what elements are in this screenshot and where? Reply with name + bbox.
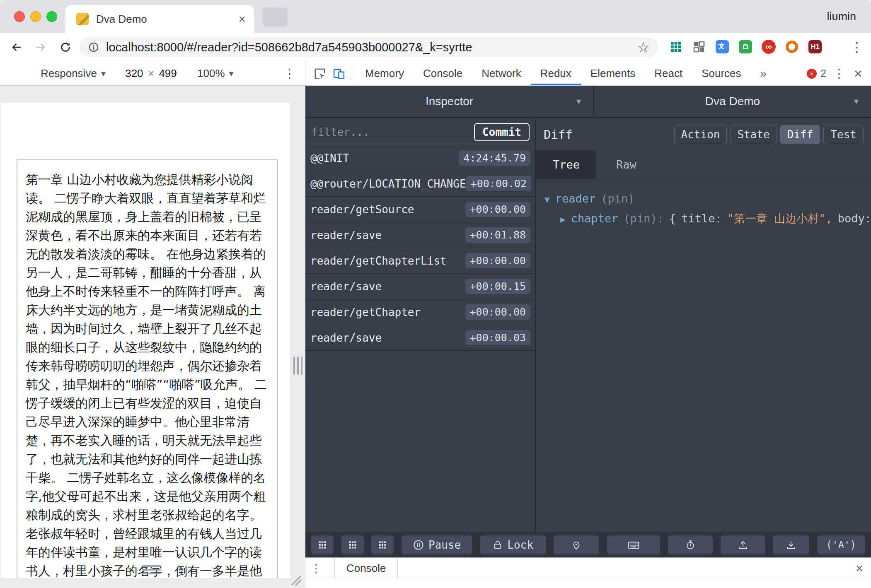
url-text: localhost:8000/#/reader?id=508662b8d7a54…	[106, 41, 637, 54]
extension-grid-gray-button[interactable]	[691, 39, 707, 55]
import-button[interactable]	[773, 535, 809, 554]
viewport-height-input[interactable]	[156, 67, 180, 80]
new-tab-button[interactable]	[263, 7, 288, 27]
tab-close-button[interactable]: ×	[238, 13, 246, 25]
action-row[interactable]: reader/save +00:01.88	[305, 222, 535, 248]
devtools-tab-elements[interactable]: Elements	[581, 62, 645, 85]
action-row[interactable]: reader/getChapter +00:00.00	[305, 299, 535, 325]
action-time-badge: +00:00.00	[465, 202, 530, 217]
inspect-element-button[interactable]	[310, 62, 329, 85]
devtools-tab-bar: Memory Console Network Redux Elements Re…	[305, 62, 871, 86]
extension-infinity-button[interactable]: ∞	[761, 39, 777, 55]
extension-grid-teal-button[interactable]	[668, 39, 684, 55]
ring-icon	[786, 41, 798, 53]
lock-button[interactable]: Lock	[480, 535, 546, 554]
reader-card: 第一章 山边小村收藏为您提供精彩小说阅读。 二愣子睁大着双眼，直直望着茅草和烂泥…	[17, 159, 278, 578]
viewport-width-input[interactable]	[122, 67, 146, 80]
tab-raw[interactable]: Raw	[596, 150, 656, 179]
action-row[interactable]: @@router/LOCATION_CHANGE +00:00.02	[305, 171, 535, 197]
reload-button[interactable]	[56, 38, 75, 56]
action-row[interactable]: reader/save +00:00.03	[305, 325, 535, 351]
pin-link[interactable]: (pin):	[623, 212, 664, 225]
pin-link[interactable]: (pin)	[601, 192, 634, 205]
extension-translate-button[interactable]	[714, 39, 730, 55]
action-time-badge: +00:01.88	[465, 227, 530, 243]
redux-main: Commit @@INIT 4:24:45.79 @@router/LOCATI…	[305, 119, 871, 532]
devtools-tab-react[interactable]: React	[645, 62, 692, 85]
timer-button[interactable]	[668, 535, 713, 554]
grid-button-3[interactable]	[371, 535, 394, 554]
extension-ring-button[interactable]	[784, 39, 800, 55]
drawer-close-button[interactable]: ×	[848, 558, 871, 579]
viewport-width-handle[interactable]	[293, 357, 302, 375]
dimension-separator: ×	[148, 67, 154, 80]
close-window-button[interactable]	[14, 11, 25, 22]
zoom-window-button[interactable]	[46, 11, 57, 22]
toggle-device-toolbar-button[interactable]	[329, 62, 348, 85]
tab-strip: Dva Demo × liumin	[0, 0, 871, 33]
action-time-badge: +00:00.15	[465, 279, 530, 294]
error-count: 2	[820, 67, 826, 80]
back-button[interactable]	[7, 38, 26, 56]
viewport-height-handle[interactable]	[142, 565, 161, 574]
collapse-arrow-icon[interactable]: ▶	[560, 214, 566, 224]
action-row[interactable]: reader/save +00:00.15	[305, 274, 535, 299]
inspector-select[interactable]: Inspector ▾	[305, 86, 593, 117]
export-button[interactable]	[721, 535, 765, 554]
action-time-badge: +00:00.02	[466, 176, 531, 191]
site-info-icon[interactable]	[88, 41, 99, 53]
grid-button-2[interactable]	[341, 535, 364, 554]
action-row[interactable]: @@INIT 4:24:45.79	[305, 145, 535, 171]
drawer-menu-button[interactable]: ⋮	[305, 558, 327, 579]
devtools-tab-console[interactable]: Console	[414, 62, 472, 85]
tab-tree[interactable]: Tree	[536, 150, 596, 179]
action-row[interactable]: reader/getChapterList +00:00.00	[305, 248, 535, 274]
url-input[interactable]: localhost:8000/#/reader?id=508662b8d7a54…	[80, 37, 658, 57]
devtools-tab-network[interactable]: Network	[472, 62, 530, 85]
pause-button[interactable]: Pause	[402, 535, 472, 554]
node-key[interactable]: chapter	[571, 212, 618, 225]
devtools-tab-memory[interactable]: Memory	[356, 62, 414, 85]
tree-node-reader: ▼reader(pin)	[544, 189, 863, 209]
zoom-select[interactable]: 100% ▾	[197, 67, 234, 80]
error-count-badge[interactable]: × 2	[803, 62, 830, 85]
device-toolbar-menu-button[interactable]: ⋮	[283, 66, 296, 81]
extension-h1-button[interactable]: H1	[807, 39, 823, 55]
more-tabs-button[interactable]: »	[751, 62, 777, 85]
download-icon	[786, 540, 796, 550]
devtools-tab-sources[interactable]: Sources	[692, 62, 750, 85]
viewport-corner-handle[interactable]	[290, 574, 302, 587]
extensions-bar: ∞ H1	[668, 39, 823, 55]
instance-select[interactable]: Dva Demo ▾	[593, 86, 871, 117]
chevron-down-icon: ▾	[229, 68, 234, 79]
action-filter-input[interactable]	[311, 126, 474, 138]
view-button-state[interactable]: State	[730, 125, 777, 144]
view-button-action[interactable]: Action	[674, 125, 727, 144]
minimize-window-button[interactable]	[30, 11, 41, 22]
browser-tab[interactable]: Dva Demo ×	[65, 5, 254, 33]
stopwatch-icon	[685, 540, 696, 550]
devtools-tab-redux[interactable]: Redux	[531, 62, 581, 85]
devtools-menu-button[interactable]: ⋮	[830, 62, 849, 85]
expand-arrow-icon[interactable]: ▼	[544, 195, 550, 205]
extension-green-square-button[interactable]	[738, 39, 753, 55]
pin-button[interactable]	[554, 535, 599, 554]
view-button-test[interactable]: Test	[823, 125, 864, 144]
node-key[interactable]: reader	[555, 192, 596, 205]
devtools-close-button[interactable]: ×	[849, 62, 868, 85]
device-mode-select[interactable]: Responsive ▾	[41, 67, 106, 80]
forward-button[interactable]	[31, 38, 50, 56]
bookmark-star-icon[interactable]: ☆	[637, 40, 650, 54]
browser-window: Dva Demo × liumin localhost:8000/#/reade…	[0, 0, 871, 588]
action-name: reader/getSource	[310, 203, 414, 216]
zoom-value: 100%	[197, 67, 225, 80]
grid-button-1[interactable]	[311, 535, 334, 554]
view-button-diff[interactable]: Diff	[780, 125, 820, 144]
browser-menu-button[interactable]: ⋮	[849, 38, 865, 56]
commit-button[interactable]: Commit	[474, 123, 530, 141]
console-drawer-tab[interactable]: Console	[334, 558, 398, 579]
charset-button[interactable]: ('A')	[817, 535, 865, 554]
grid-icon	[377, 540, 388, 550]
dispatcher-button[interactable]	[607, 535, 660, 554]
action-row[interactable]: reader/getSource +00:00.00	[305, 197, 535, 222]
